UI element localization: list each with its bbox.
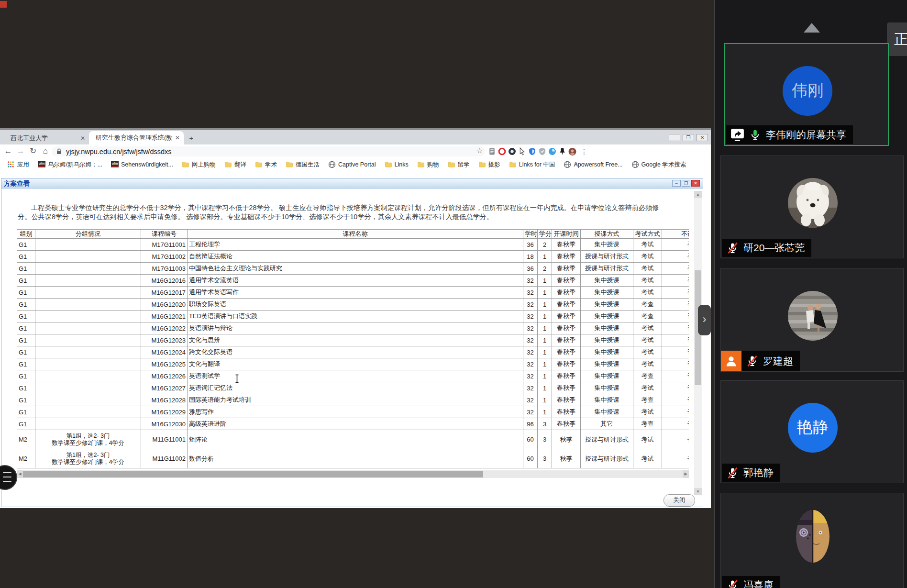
bookmark-label: 翻译 xyxy=(234,161,246,169)
table-cell: 32 xyxy=(523,311,538,322)
table-cell xyxy=(35,275,141,287)
dialog-restore-icon[interactable]: ❐ xyxy=(682,180,690,187)
participant-label: 郭艳静 xyxy=(722,464,780,482)
table-row: G1M16G12021TED英语演讲与口语实践321春秋季集中授课考查否 xyxy=(17,311,689,322)
bookmark-item[interactable]: Links xyxy=(381,161,412,168)
table-cell: 否 xyxy=(662,334,689,346)
bookmark-item[interactable]: Google 学术搜索 xyxy=(628,161,690,169)
table-cell: M16G12030 xyxy=(141,418,188,430)
h-scrollbar-thumb[interactable] xyxy=(23,471,483,477)
table-cell xyxy=(35,251,141,263)
reload-icon[interactable]: ↻ xyxy=(28,146,38,156)
bookmark-item[interactable]: Captive Portal xyxy=(325,161,379,168)
intro-text-line1: 工程类硕士专业学位研究生的总学分不低于32学分，其中课程学习不低于28学分。 硕… xyxy=(18,203,683,212)
minimize-icon[interactable]: – xyxy=(669,134,680,141)
panel-collapse-handle[interactable]: › xyxy=(698,305,711,335)
forward-icon[interactable]: → xyxy=(15,146,26,156)
table-row: G1M16G12029雅思写作321春秋季集中授课考试否 xyxy=(17,406,689,418)
scroll-right-icon[interactable]: ▶ xyxy=(683,470,689,478)
back-icon[interactable]: ← xyxy=(3,146,13,156)
table-cell: 考试 xyxy=(633,334,662,346)
ulm-icon: ulm xyxy=(38,161,45,168)
bookmark-item[interactable]: 摄影 xyxy=(475,161,504,169)
table-row: G1M16G12017通用学术英语写作321春秋季集中授课考试否 xyxy=(17,287,689,299)
browser-menu-icon[interactable]: ⋮ xyxy=(577,146,591,157)
table-cell: 春秋季 xyxy=(552,299,581,311)
participant-tile[interactable]: 伟刚李伟刚的屏幕共享 xyxy=(724,43,889,146)
table-cell: 春秋季 xyxy=(552,358,581,370)
table-cell: 32 xyxy=(523,299,538,311)
table-cell: 授课与研讨形式 xyxy=(581,449,633,468)
notebook-extension-icon[interactable] xyxy=(488,147,496,155)
browser-tabbar: 西北工业大学 ✕ 研究生教育综合管理系统(教师服 ✕ + –❐✕ xyxy=(0,130,711,144)
participants-panel: 正 伟刚李伟刚的屏幕共享研20—张芯莞罗建超 艳静郭艳静冯喜康 xyxy=(714,0,907,588)
table-horizontal-scrollbar[interactable]: ◀ ▶ xyxy=(17,470,689,478)
scroll-up-icon[interactable]: ▲ xyxy=(694,191,702,198)
bookmark-label: 摄影 xyxy=(488,161,500,169)
dialog-close-icon[interactable]: ✕ xyxy=(691,180,700,187)
shield-blue-extension-icon[interactable] xyxy=(528,147,536,155)
table-cell: 1 xyxy=(538,394,552,406)
table-cell: 其它 xyxy=(581,418,633,430)
bookmark-label: 留学 xyxy=(458,161,470,169)
page-vertical-scrollbar[interactable]: ▲ ▼ xyxy=(694,191,702,495)
table-cell: 春秋季 xyxy=(552,418,581,430)
table-cell xyxy=(35,311,141,322)
bookmark-label: Captive Portal xyxy=(338,161,376,168)
dialog-minimize-icon[interactable]: – xyxy=(672,180,681,187)
bookmark-item[interactable]: 留学 xyxy=(444,161,473,169)
bookmark-item[interactable]: ulm乌尔姆/新乌尔姆：... xyxy=(34,161,106,169)
bookmark-item[interactable]: 应用 xyxy=(4,161,33,169)
table-cell: 32 xyxy=(523,394,538,406)
tab-close-icon[interactable]: ✕ xyxy=(175,134,180,141)
tab-close-icon[interactable]: ✕ xyxy=(80,135,85,142)
column-header: 开课时间 xyxy=(552,230,581,239)
new-tab-button[interactable]: + xyxy=(188,134,195,142)
table-row: G1M16G12030高级英语进阶963春秋季其它考查否 xyxy=(17,418,689,430)
participant-tile[interactable]: 罗建超 xyxy=(720,268,904,372)
bookmark-item[interactable]: ulmSehenswürdigkeit... xyxy=(108,161,177,168)
scroll-left-icon[interactable]: ◀ xyxy=(17,470,23,478)
bookmark-item[interactable]: 网上购物 xyxy=(178,161,219,169)
dialog-close-button[interactable]: 关闭 xyxy=(664,494,695,507)
bluedot-extension-icon[interactable] xyxy=(548,147,556,155)
close-icon[interactable]: ✕ xyxy=(697,134,708,141)
table-cell: 集中授课 xyxy=(581,346,633,358)
address-bar[interactable]: yjsjy.nwpu.edu.cn/jsfw/jsfw/dssdxs xyxy=(52,146,485,156)
bookmark-item[interactable]: 翻译 xyxy=(221,161,250,169)
tab-graduate-system[interactable]: 研究生教育综合管理系统(教师服 ✕ xyxy=(89,131,184,144)
participant-tile[interactable]: 研20—张芯莞 xyxy=(720,155,904,258)
bookmark-item[interactable]: Links for 中国 xyxy=(506,161,559,169)
scroll-down-icon[interactable]: ▼ xyxy=(694,488,702,495)
bookmark-item[interactable]: 德国生活 xyxy=(282,161,323,169)
mic-muted-icon xyxy=(726,466,739,479)
column-header: 考试方式 xyxy=(633,230,662,239)
table-cell: 集中授课 xyxy=(581,358,633,370)
dialog-window-buttons: –❐✕ xyxy=(672,180,700,187)
participant-tile[interactable]: 艳静郭艳静 xyxy=(720,380,904,483)
home-icon[interactable]: ⌂ xyxy=(40,146,51,156)
bookmark-item[interactable]: 学术 xyxy=(252,161,280,169)
table-cell: 秋季 xyxy=(552,449,581,468)
shield-gray-extension-icon[interactable] xyxy=(538,147,546,155)
participant-name: 研20—张芯莞 xyxy=(743,241,805,255)
collapse-up-icon[interactable] xyxy=(804,23,820,33)
bookmark-star-icon[interactable]: ☆ xyxy=(476,146,483,155)
tab-nwpu[interactable]: 西北工业大学 ✕ xyxy=(4,132,89,144)
bookmark-item[interactable]: 购物 xyxy=(414,161,442,169)
table-cell: 集中授课 xyxy=(581,239,633,251)
bookmarks-overflow-icon[interactable]: » xyxy=(574,160,578,167)
participant-tile[interactable]: 冯喜康 xyxy=(720,493,904,588)
pin-extension-icon[interactable] xyxy=(558,147,566,155)
table-cell: 否 xyxy=(662,346,689,358)
darkdot-extension-icon[interactable] xyxy=(508,147,516,155)
table-cell: 96 xyxy=(523,418,538,430)
maximize-icon[interactable]: ❐ xyxy=(683,134,694,141)
table-cell: 考试 xyxy=(633,346,662,358)
table-cell: 考试 xyxy=(633,358,662,370)
table-cell: G1 xyxy=(17,311,35,322)
cursor-extension-icon[interactable] xyxy=(518,147,526,155)
bookmark-item[interactable]: Apowersoft Free... xyxy=(560,161,626,168)
opera-extension-icon[interactable] xyxy=(498,147,506,155)
profile-extension-icon[interactable] xyxy=(568,147,576,155)
